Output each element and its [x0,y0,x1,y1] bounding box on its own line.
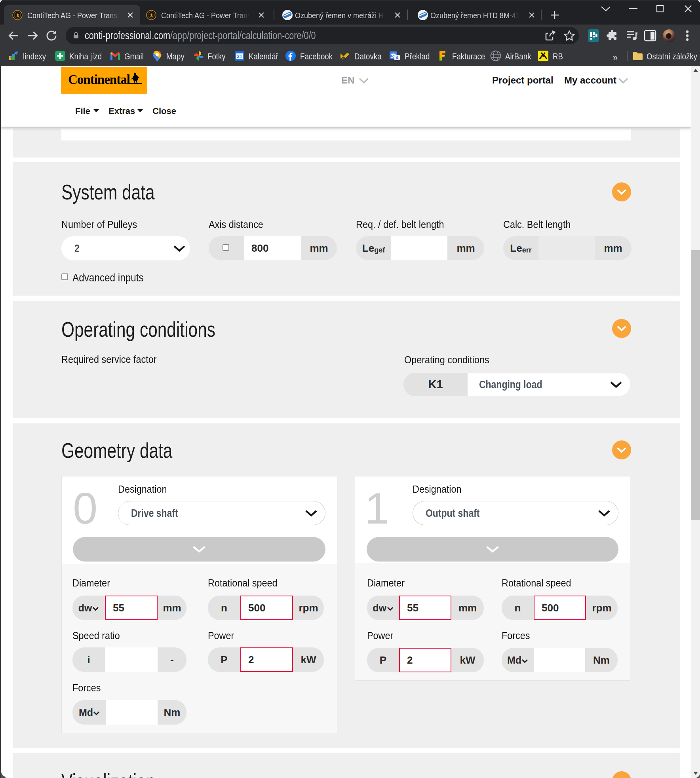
svg-text:A: A [396,55,399,60]
svg-text:31: 31 [237,54,242,59]
